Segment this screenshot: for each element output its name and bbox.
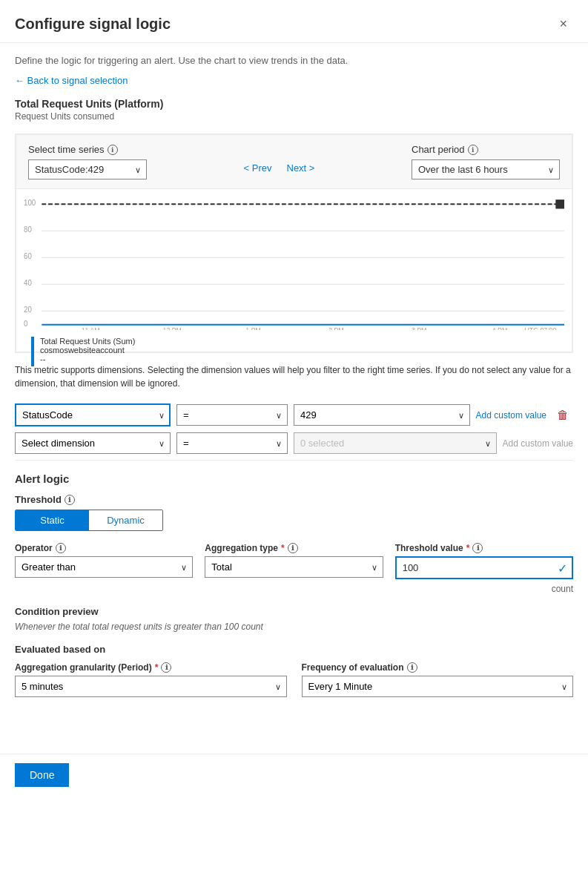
- chart-nav-controls: < Prev Next >: [240, 159, 320, 177]
- aggregation-granularity-select-wrapper: 5 minutes 1 minute 15 minutes 30 minutes…: [15, 676, 287, 697]
- svg-text:0: 0: [24, 320, 28, 328]
- next-button[interactable]: Next >: [283, 159, 320, 177]
- operator-info-icon: ℹ: [56, 543, 66, 553]
- operator-field: Operator ℹ Greater than Less than Greate…: [15, 543, 193, 594]
- chart-control-left: Select time series ℹ StatusCode:429: [28, 144, 147, 179]
- prev-button[interactable]: < Prev: [240, 159, 277, 177]
- operator-label: Operator ℹ: [15, 543, 193, 553]
- condition-preview: Condition preview Whenever the total tot…: [15, 606, 573, 632]
- close-button[interactable]: ×: [553, 13, 573, 35]
- legend-color-bar: [31, 337, 34, 366]
- aggregation-type-field: Aggregation type * ℹ Total Average Count…: [205, 543, 383, 594]
- threshold-value-label: Threshold value * ℹ: [395, 543, 573, 553]
- chart-period-info-icon: ℹ: [468, 145, 478, 155]
- svg-text:12 PM: 12 PM: [163, 326, 182, 330]
- dimension-name-select-2[interactable]: Select dimension: [15, 432, 171, 454]
- back-to-signal-link[interactable]: ← Back to signal selection: [15, 75, 128, 86]
- condition-preview-title: Condition preview: [15, 606, 573, 617]
- chart-period-select-wrapper: Over the last 6 hours Over the last 1 ho…: [412, 159, 560, 179]
- aggregation-required-star: *: [281, 543, 285, 553]
- done-button[interactable]: Done: [15, 763, 69, 787]
- frequency-label: Frequency of evaluation ℹ: [302, 662, 574, 673]
- dimension-operator-select-wrapper-1: =: [176, 404, 288, 426]
- svg-text:11 AM: 11 AM: [82, 326, 100, 330]
- alert-logic-title: Alert logic: [15, 472, 573, 485]
- dimension-name-select-wrapper-1: StatusCode: [15, 403, 171, 426]
- legend-text: Total Request Units (Sum) cosmoswebsitea…: [40, 337, 135, 363]
- dimension-actions-2: Add custom value: [503, 438, 573, 449]
- aggregation-type-select[interactable]: Total Average Count Maximum Minimum: [205, 556, 383, 578]
- chart-controls-wrapper: Select time series ℹ StatusCode:429 < Pr…: [15, 134, 573, 353]
- aggregation-granularity-required: *: [155, 662, 159, 673]
- dimension-operator-select-2[interactable]: =: [176, 432, 288, 454]
- dimension-actions-1: Add custom value 🗑: [476, 407, 573, 423]
- chart-svg: 100 80 60 40 20 0: [24, 197, 564, 330]
- chart-area: 100 80 60 40 20 0: [16, 189, 572, 352]
- time-series-label: Select time series ℹ: [28, 144, 147, 155]
- threshold-value-input[interactable]: [395, 556, 573, 579]
- svg-text:3 PM: 3 PM: [412, 326, 426, 330]
- evaluated-title: Evaluated based on: [15, 644, 573, 655]
- svg-text:2 PM: 2 PM: [328, 326, 343, 330]
- frequency-select-wrapper: Every 1 Minute Every 5 Minutes Every 15 …: [302, 676, 574, 697]
- dialog-body: Define the logic for triggering an alert…: [0, 43, 588, 724]
- dimension-operator-select-1[interactable]: =: [176, 404, 288, 426]
- frequency-info-icon: ℹ: [407, 662, 417, 673]
- dialog-subtitle: Define the logic for triggering an alert…: [15, 55, 573, 66]
- aggregation-granularity-field: Aggregation granularity (Period) * ℹ 5 m…: [15, 662, 287, 697]
- aggregation-info-icon: ℹ: [288, 543, 298, 553]
- dimension-name-select-wrapper-2: Select dimension: [15, 432, 171, 454]
- svg-rect-13: [555, 200, 564, 208]
- delete-dimension-button-1[interactable]: 🗑: [552, 407, 573, 423]
- count-label: count: [395, 584, 573, 594]
- dimension-row-1: StatusCode = 429 Add custom value 🗑: [15, 403, 573, 426]
- chart-period-select[interactable]: Over the last 6 hours Over the last 1 ho…: [412, 159, 560, 179]
- aggregation-granularity-select[interactable]: 5 minutes 1 minute 15 minutes 30 minutes…: [15, 676, 287, 697]
- svg-text:20: 20: [24, 306, 32, 314]
- threshold-input-wrapper: ✓: [395, 556, 573, 579]
- dialog-header: Configure signal logic ×: [0, 0, 588, 43]
- threshold-static-button[interactable]: Static: [16, 510, 89, 530]
- signal-name: Total Request Units (Platform): [15, 98, 573, 110]
- dimension-value-select-2[interactable]: 0 selected: [294, 432, 497, 454]
- dialog-title: Configure signal logic: [15, 16, 171, 33]
- dimension-value-select-1[interactable]: 429: [294, 404, 470, 426]
- aggregation-select-wrapper: Total Average Count Maximum Minimum: [205, 556, 383, 578]
- operator-select[interactable]: Greater than Less than Greater than or e…: [15, 556, 193, 578]
- threshold-info-icon: ℹ: [65, 495, 75, 505]
- time-series-select-wrapper: StatusCode:429: [28, 159, 147, 179]
- threshold-label: Threshold ℹ: [15, 494, 573, 505]
- frequency-select[interactable]: Every 1 Minute Every 5 Minutes Every 15 …: [302, 676, 574, 697]
- dimension-name-select-1[interactable]: StatusCode: [15, 403, 171, 426]
- threshold-value-info-icon: ℹ: [472, 543, 483, 553]
- threshold-toggle-group: Static Dynamic: [15, 510, 163, 531]
- alert-logic-form-row: Operator ℹ Greater than Less than Greate…: [15, 543, 573, 594]
- svg-text:4 PM: 4 PM: [492, 326, 507, 330]
- dimension-row-2: Select dimension = 0 selected Add custom…: [15, 432, 573, 454]
- add-custom-value-link-1[interactable]: Add custom value: [476, 410, 546, 421]
- evaluated-section: Evaluated based on Aggregation granulari…: [15, 644, 573, 697]
- chart-period-label: Chart period ℹ: [412, 144, 560, 155]
- signal-description: Request Units consumed: [15, 111, 573, 122]
- threshold-check-icon: ✓: [558, 561, 567, 575]
- threshold-value-required-star: *: [466, 543, 470, 553]
- add-custom-value-link-2: Add custom value: [503, 438, 573, 449]
- dimension-operator-select-wrapper-2: =: [176, 432, 288, 454]
- operator-select-wrapper: Greater than Less than Greater than or e…: [15, 556, 193, 578]
- chart-controls: Select time series ℹ StatusCode:429 < Pr…: [16, 134, 572, 189]
- dimension-value-select-wrapper-2: 0 selected: [294, 432, 497, 454]
- svg-text:60: 60: [24, 252, 32, 260]
- threshold-value-field: Threshold value * ℹ ✓ count: [395, 543, 573, 594]
- aggregation-granularity-info-icon: ℹ: [161, 662, 171, 673]
- dialog-footer: Done: [0, 754, 588, 796]
- chart-legend: Total Request Units (Sum) cosmoswebsitea…: [24, 332, 564, 374]
- time-series-select[interactable]: StatusCode:429: [28, 159, 147, 179]
- svg-text:80: 80: [24, 225, 32, 234]
- condition-text: Whenever the total total request units i…: [15, 622, 573, 632]
- svg-text:1 PM: 1 PM: [245, 326, 260, 330]
- dimension-value-select-wrapper-1: 429: [294, 404, 470, 426]
- threshold-dynamic-button[interactable]: Dynamic: [89, 510, 162, 530]
- alert-logic-section: Alert logic Threshold ℹ Static Dynamic O…: [15, 460, 573, 697]
- chart-control-right: Chart period ℹ Over the last 6 hours Ove…: [412, 144, 560, 179]
- svg-text:40: 40: [24, 279, 32, 287]
